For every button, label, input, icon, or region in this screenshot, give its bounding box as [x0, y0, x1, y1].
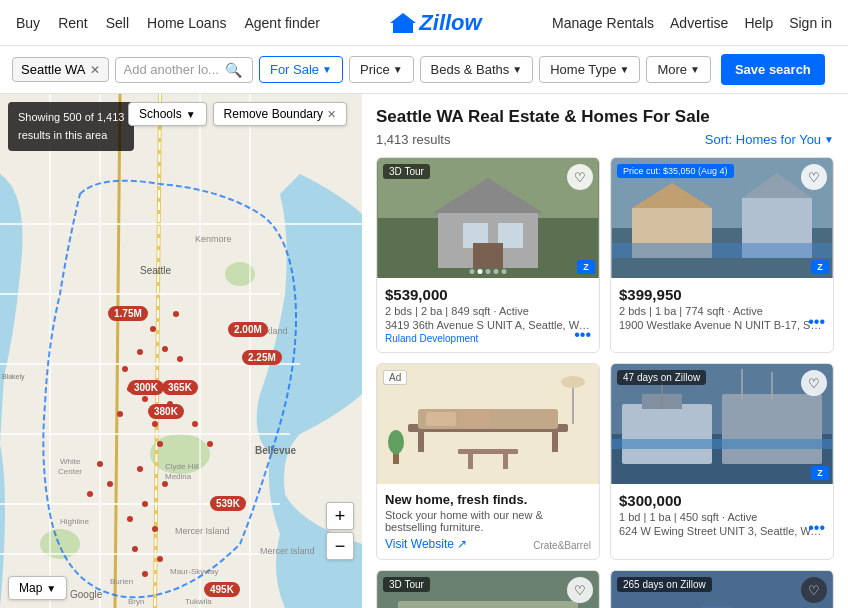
zillow-logo-icon: [390, 13, 416, 33]
location-tag[interactable]: Seattle WA ✕: [12, 57, 109, 82]
listing-more-1[interactable]: •••: [574, 326, 591, 344]
sort-chevron-icon: ▼: [824, 134, 834, 145]
google-logo: Google: [70, 589, 102, 600]
price-filter[interactable]: Price ▼: [349, 56, 414, 83]
listing-heart-5[interactable]: ♡: [801, 577, 827, 603]
svg-text:Blakely: Blakely: [2, 373, 25, 381]
svg-point-46: [137, 466, 143, 472]
svg-point-34: [173, 311, 179, 317]
listing-heart-1[interactable]: ♡: [567, 164, 593, 190]
svg-text:Mercer Island: Mercer Island: [260, 546, 315, 556]
listing-grid: 3D Tour ♡ Z $539,000 2 bds |: [376, 157, 834, 608]
nav-sell[interactable]: Sell: [106, 15, 129, 31]
ad-image: Ad: [377, 364, 599, 484]
home-type-filter[interactable]: Home Type ▼: [539, 56, 640, 83]
advertise-link[interactable]: Advertise: [670, 15, 728, 31]
more-label: More: [657, 62, 687, 77]
listing-heart-3[interactable]: ♡: [801, 370, 827, 396]
ad-desc: Stock your home with our new & bestselli…: [385, 509, 591, 533]
zillow-z-badge-2: Z: [811, 260, 829, 274]
svg-point-54: [97, 461, 103, 467]
price-marker-539k[interactable]: 539K: [210, 496, 246, 511]
listing-image-5: 265 days on Zillow ♡ Z: [611, 571, 833, 608]
remove-boundary-button[interactable]: Remove Boundary ✕: [213, 102, 347, 126]
listing-more-2[interactable]: •••: [808, 313, 825, 331]
nav-home-loans[interactable]: Home Loans: [147, 15, 226, 31]
add-location-input[interactable]: Add another lo... 🔍: [115, 57, 253, 83]
nav-buy[interactable]: Buy: [16, 15, 40, 31]
listing-card-5[interactable]: 265 days on Zillow ♡ Z: [610, 570, 834, 608]
search-button[interactable]: 🔍: [223, 62, 244, 78]
for-sale-chevron: ▼: [322, 64, 332, 75]
listings-header: Seattle WA Real Estate & Homes For Sale …: [376, 106, 834, 147]
price-marker-200m[interactable]: 2.00M: [228, 322, 268, 337]
svg-point-81: [561, 376, 585, 388]
price-marker-300k[interactable]: 300K: [128, 380, 164, 395]
map-svg: Kenmore Kirkland Bellevue Mercer Island …: [0, 94, 362, 608]
for-sale-filter[interactable]: For Sale ▼: [259, 56, 343, 83]
zoom-in-button[interactable]: +: [326, 502, 354, 530]
listing-card-2[interactable]: Price cut: $35,050 (Aug 4) ♡ Z $399,950 …: [610, 157, 834, 353]
help-link[interactable]: Help: [744, 15, 773, 31]
listing-badge-1: 3D Tour: [383, 164, 430, 179]
nav-rent[interactable]: Rent: [58, 15, 88, 31]
svg-point-56: [87, 491, 93, 497]
svg-point-40: [142, 396, 148, 402]
zoom-out-button[interactable]: −: [326, 532, 354, 560]
price-label: Price: [360, 62, 390, 77]
listing-card-3[interactable]: 47 days on Zillow ♡ Z $300,000 1 bd | 1 …: [610, 363, 834, 560]
listing-image-1: 3D Tour ♡ Z: [377, 158, 599, 278]
ad-card[interactable]: Ad New home, fresh finds. Stock your hom…: [376, 363, 600, 560]
price-marker-225m[interactable]: 2.25M: [242, 350, 282, 365]
listing-image-2: Price cut: $35,050 (Aug 4) ♡ Z: [611, 158, 833, 278]
listing-info-1: $539,000 2 bds | 2 ba | 849 sqft · Activ…: [377, 278, 599, 352]
listing-more-3[interactable]: •••: [808, 519, 825, 537]
price-marker-365k[interactable]: 365K: [162, 380, 198, 395]
price-marker-380k[interactable]: 380K: [148, 404, 184, 419]
svg-rect-84: [503, 454, 508, 469]
beds-baths-filter[interactable]: Beds & Baths ▼: [420, 56, 534, 83]
listing-badge-2: Price cut: $35,050 (Aug 4): [617, 164, 734, 178]
listing-card-1[interactable]: 3D Tour ♡ Z $539,000 2 bds |: [376, 157, 600, 353]
listing-card-4[interactable]: 3D Tour ♡ Z: [376, 570, 600, 608]
svg-rect-93: [612, 439, 832, 449]
svg-rect-89: [622, 404, 712, 464]
svg-text:Medina: Medina: [165, 472, 192, 481]
nav-agent-finder[interactable]: Agent finder: [244, 15, 320, 31]
svg-point-55: [107, 481, 113, 487]
listing-heart-2[interactable]: ♡: [801, 164, 827, 190]
price-marker-175m[interactable]: 1.75M: [108, 306, 148, 321]
ad-title: New home, fresh finds.: [385, 492, 591, 507]
logo[interactable]: Zillow: [390, 10, 481, 36]
sign-in-link[interactable]: Sign in: [789, 15, 832, 31]
map-type-chevron-icon: ▼: [46, 583, 56, 594]
svg-text:Highline: Highline: [60, 517, 89, 526]
svg-rect-82: [458, 449, 518, 454]
location-tag-close[interactable]: ✕: [90, 63, 100, 77]
svg-point-58: [207, 441, 213, 447]
sort-label: Sort: Homes for You: [705, 132, 821, 147]
main-nav: Buy Rent Sell Home Loans Agent finder: [16, 15, 320, 31]
save-search-button[interactable]: Save search: [721, 54, 825, 85]
more-filter[interactable]: More ▼: [646, 56, 711, 83]
svg-point-47: [162, 481, 168, 487]
manage-rentals-link[interactable]: Manage Rentals: [552, 15, 654, 31]
zillow-z-badge-1: Z: [577, 260, 595, 274]
map-type-button[interactable]: Map ▼: [8, 576, 67, 600]
sort-button[interactable]: Sort: Homes for You ▼: [705, 132, 834, 147]
svg-point-36: [137, 349, 143, 355]
svg-point-52: [157, 556, 163, 562]
home-type-label: Home Type: [550, 62, 616, 77]
listing-heart-4[interactable]: ♡: [567, 577, 593, 603]
svg-text:Clyde Hill: Clyde Hill: [165, 462, 199, 471]
svg-rect-78: [426, 412, 456, 426]
listing-details-3: 1 bd | 1 ba | 450 sqft · Active: [619, 511, 825, 523]
price-chevron: ▼: [393, 64, 403, 75]
schools-button[interactable]: Schools ▼: [128, 102, 207, 126]
price-marker-495k[interactable]: 495K: [204, 582, 240, 597]
svg-point-53: [142, 571, 148, 577]
svg-text:Bellevue: Bellevue: [255, 445, 297, 456]
listing-source-1: Ruland Development: [385, 333, 591, 344]
home-type-chevron: ▼: [619, 64, 629, 75]
listing-image-4: 3D Tour ♡ Z: [377, 571, 599, 608]
